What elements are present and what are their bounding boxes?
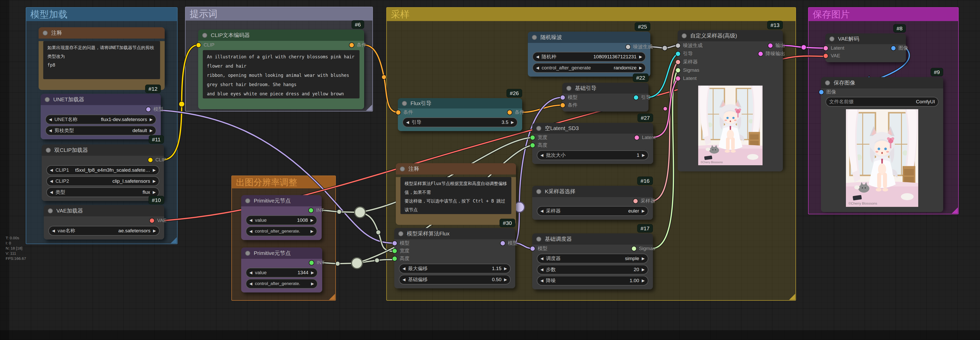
collapse-dot-icon[interactable] <box>398 231 403 236</box>
port-dot-sampler[interactable] <box>675 59 681 65</box>
node-basic-guider[interactable]: #22 基础引导 模型 引导 条件 <box>562 83 649 112</box>
widget-control-after-generate[interactable]: ◀control_after_generate.▶ <box>246 226 317 236</box>
output-conditioning[interactable]: 条件 <box>507 108 525 116</box>
collapse-dot-icon[interactable] <box>532 35 537 40</box>
node-save-image[interactable]: #9 保存图像 图像 文件名前缀ComfyUI ©Cherry Blossson… <box>821 77 943 209</box>
node-empty-latent-sd3[interactable]: #27 空Latent_SD3 宽度 Latent 高度 ◀批次大小1▶ <box>532 123 653 164</box>
widget-weight-dtype[interactable]: ◀剪枝类型default▶ <box>45 126 156 136</box>
output-denoised[interactable]: 降噪输出 <box>758 50 785 58</box>
input-width[interactable]: 宽度 <box>392 247 409 255</box>
widget-unet-name[interactable]: ◀UNET名称flux1-dev.safetensors▶ <box>45 115 156 124</box>
node-primitive-height[interactable]: Primitive元节点 INT ◀value1344▶ ◀control_af… <box>241 247 322 293</box>
output-conditioning[interactable]: 条件 <box>349 41 366 49</box>
note-textarea[interactable]: 如果出现显存不足的问题，请将UNET加载器节点的剪枝类型改为 fp8 <box>43 41 160 79</box>
input-model[interactable]: 模型 <box>560 93 578 101</box>
node-header[interactable]: Primitive元节点 <box>241 195 322 206</box>
collapse-dot-icon[interactable] <box>536 237 541 242</box>
port-dot-denoised-output[interactable] <box>758 51 763 57</box>
input-guider[interactable]: 引导 <box>675 50 693 58</box>
node-vae-decode[interactable]: #8 VAE解码 Latent 图像 VAE <box>825 33 906 62</box>
output-vae[interactable]: VAE <box>149 217 167 225</box>
widget-max-shift[interactable]: ◀最大偏移1.15▶ <box>399 264 511 274</box>
port-dot-model[interactable] <box>560 95 565 100</box>
output-int[interactable]: INT <box>309 259 325 267</box>
node-sampler-custom-advanced[interactable]: #13 自定义采样器(高级) 噪波生成 输出 引导 降噪输出 采样器 Sigma… <box>678 30 783 169</box>
widget-type[interactable]: ◀类型flux▶ <box>46 187 159 197</box>
port-dot-noise[interactable] <box>625 44 631 50</box>
output-model[interactable]: 模型 <box>146 105 163 113</box>
widget-value[interactable]: ◀value1008▶ <box>246 215 317 225</box>
output-clip[interactable]: CLIP <box>148 156 166 164</box>
widget-denoise[interactable]: ◀降噪1.00▶ <box>537 276 648 286</box>
node-header[interactable]: 注释 <box>396 163 516 174</box>
port-dot-width[interactable] <box>530 135 535 140</box>
stepper-right-icon[interactable]: ▶ <box>150 117 153 122</box>
node-ksampler-select[interactable]: #16 K采样器选择 采样器 ◀采样器euler▶ <box>532 186 653 220</box>
widget-filename-prefix[interactable]: 文件名前缀ComfyUI <box>826 97 939 107</box>
port-dot-latent[interactable] <box>675 76 681 81</box>
collapse-dot-icon[interactable] <box>825 81 830 85</box>
port-dot-width[interactable] <box>392 248 397 254</box>
input-latent[interactable]: Latent <box>823 44 845 52</box>
collapse-dot-icon[interactable] <box>48 209 53 213</box>
port-dot-conditioning[interactable] <box>507 110 512 115</box>
input-height[interactable]: 高度 <box>392 255 409 263</box>
port-dot-guider[interactable] <box>633 95 639 100</box>
input-height[interactable]: 高度 <box>530 141 547 149</box>
prompt-textarea[interactable]: An illustration of a girl with cherry bl… <box>203 50 360 98</box>
port-dot-model[interactable] <box>530 246 535 251</box>
output-sampler[interactable]: 采样器 <box>633 197 655 205</box>
port-dot-vae[interactable] <box>823 53 829 59</box>
port-dot-latent[interactable] <box>823 46 829 51</box>
output-noise[interactable]: 噪波生成 <box>625 43 653 51</box>
group-title[interactable]: 采样 <box>387 8 795 21</box>
collapse-dot-icon[interactable] <box>829 36 834 41</box>
node-note-sampling[interactable]: 注释 模型采样算法Flux节点根据宽度和高度自动调整偏移值，如果不需 要这样做，… <box>396 163 516 220</box>
port-dot-clip[interactable] <box>148 157 153 163</box>
node-header[interactable]: 随机噪波 <box>528 32 650 43</box>
port-dot-conditioning[interactable] <box>349 43 355 48</box>
node-header[interactable]: Primitive元节点 <box>241 247 322 259</box>
widget-control-after-generate[interactable]: ◀control_after_generate.▶ <box>246 279 318 289</box>
input-model[interactable]: 模型 <box>530 245 547 252</box>
node-vae-loader[interactable]: #10 VAE加载器 VAE ◀vae名称ae.safetensors▶ <box>44 205 164 239</box>
collapse-dot-icon[interactable] <box>202 33 207 38</box>
port-dot-model[interactable] <box>146 107 151 112</box>
widget-control-after-generate[interactable]: ◀control_after_generaterandomize▶ <box>533 63 646 73</box>
widget-seed[interactable]: ◀随机种1080911367121231▶ <box>533 52 646 62</box>
port-dot-sigmas[interactable] <box>675 68 681 73</box>
collapse-dot-icon[interactable] <box>400 166 405 171</box>
output-model[interactable]: 模型 <box>500 239 517 247</box>
input-vae[interactable]: VAE <box>823 52 840 60</box>
input-noise[interactable]: 噪波生成 <box>675 41 703 50</box>
input-sigmas[interactable]: Sigmas <box>675 66 699 74</box>
input-latent[interactable]: Latent <box>675 74 697 82</box>
node-header[interactable]: Flux引导 <box>398 98 522 108</box>
collapse-dot-icon[interactable] <box>45 97 50 102</box>
widget-steps[interactable]: ◀步数20▶ <box>537 265 648 274</box>
group-title[interactable]: 出图分辨率调整 <box>232 176 335 188</box>
widget-scheduler[interactable]: ◀调度器simple▶ <box>537 254 648 263</box>
group-title[interactable]: 保存图片 <box>808 8 958 21</box>
port-dot-image[interactable] <box>819 89 824 95</box>
input-conditioning[interactable]: 条件 <box>396 108 413 116</box>
note-textarea[interactable]: 模型采样算法Flux节点根据宽度和高度自动调整偏移值，如果不需 要这样做，可以选… <box>401 177 511 214</box>
node-unet-loader[interactable]: #12 UNET加载器 模型 ◀UNET名称flux1-dev.safetens… <box>41 94 161 139</box>
port-dot-height[interactable] <box>392 256 397 261</box>
collapse-dot-icon[interactable] <box>245 251 250 256</box>
widget-clip1[interactable]: ◀CLIP1t5xxl_fp8_e4m3fn_scaled.safete…▶ <box>46 165 159 175</box>
input-sampler[interactable]: 采样器 <box>675 58 698 66</box>
widget-value[interactable]: ◀value1344▶ <box>246 268 318 278</box>
output-latent[interactable]: Latent <box>634 134 655 141</box>
node-clip-text-encode[interactable]: #6 CLIP文本编码器 CLIP 条件 An illustration of … <box>198 30 364 107</box>
output-sigmas[interactable]: Sigmas <box>631 245 655 252</box>
collapse-dot-icon[interactable] <box>536 189 541 194</box>
node-dual-clip-loader[interactable]: #11 双CLIP加载器 CLIP ◀CLIP1t5xxl_fp8_e4m3fn… <box>42 144 164 201</box>
port-dot-conditioning[interactable] <box>396 110 401 115</box>
node-header[interactable]: 基础调度器 <box>532 233 653 245</box>
port-dot-sampler[interactable] <box>633 198 638 204</box>
collapse-dot-icon[interactable] <box>566 86 571 91</box>
widget-guidance[interactable]: ◀引导3.5▶ <box>402 117 517 127</box>
collapse-dot-icon[interactable] <box>682 33 687 38</box>
reroute-node-width[interactable] <box>355 207 366 218</box>
